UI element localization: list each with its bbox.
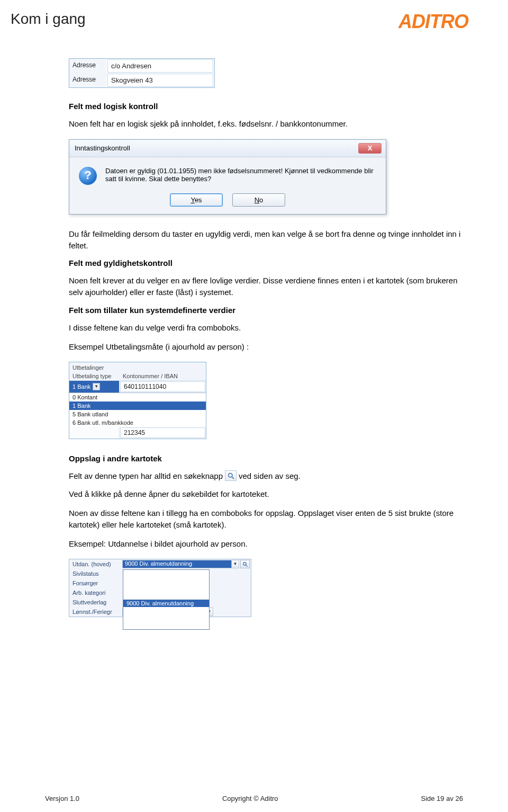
combo-title: Utbetalinger — [69, 362, 206, 372]
body-text: Noen felt krever at du velger en av fler… — [69, 275, 463, 298]
combo-col-header: Kontonummer / IBAN — [120, 372, 181, 380]
field-label: Arb. kategori — [69, 590, 122, 596]
body-text: Du får feilmelding dersom du taster en u… — [69, 228, 463, 252]
close-icon[interactable]: X — [358, 143, 382, 154]
select-value: 9000 Div. almenutdanning — [125, 560, 192, 567]
section-heading: Felt med gyldighetskontroll — [69, 258, 463, 267]
field-label: Sluttvederlag — [69, 599, 122, 605]
body-text: Eksempel: Utdannelse i bildet ajourhold … — [69, 538, 463, 550]
dropdown-option[interactable]: 7065 Kvalitetssirkelinstr — [123, 577, 209, 585]
account-field[interactable]: 640110111040 — [120, 381, 205, 392]
chevron-down-icon[interactable]: ▼ — [231, 560, 239, 568]
dropdown-option[interactable]: 8000 Sivilforsvaret sfssk — [123, 592, 209, 600]
search-icon[interactable] — [240, 560, 250, 568]
dialog-title: Inntastingskontroll — [75, 144, 130, 152]
combo-option[interactable]: 6 Bank utl. m/bankkode — [69, 418, 206, 427]
combo-col-header: Utbetaling type — [69, 372, 120, 380]
address-label: Adresse — [69, 73, 106, 87]
validation-dialog: Inntastingskontroll X ? Datoen er gyldig… — [69, 139, 386, 215]
body-text: Eksempel Utbetalingsmåte (i ajourhold av… — [69, 341, 463, 353]
combo-option[interactable]: 5 Bank utland — [69, 410, 206, 418]
footer-version: Versjon 1.0 — [45, 795, 79, 802]
body-text: Noen av disse feltene kan i tillegg ha e… — [69, 507, 463, 531]
body-text: Noen felt har en logisk sjekk på innhold… — [69, 118, 463, 130]
footer-copyright: Copyright © Aditro — [222, 795, 278, 802]
account-field[interactable]: 212345 — [120, 427, 205, 438]
payment-combo: Utbetalinger Utbetaling type Kontonummer… — [69, 362, 206, 439]
body-text: Ved å klikke på denne åpner du søkebilde… — [69, 488, 463, 500]
section-heading: Felt med logisk kontroll — [69, 102, 463, 111]
combo-selected-text: 1 Bank — [72, 383, 90, 390]
dropdown-option[interactable]: 7074 Ko-saksbehandlerkurs — [123, 585, 209, 592]
combo-cell — [69, 427, 120, 439]
section-heading: Felt som tillater kun systemdefinerte ve… — [69, 306, 463, 315]
dialog-message: Datoen er gyldig (01.01.1955) men ikke f… — [105, 167, 376, 185]
section-heading: Oppslag i andre kartotek — [69, 454, 463, 463]
svg-line-1 — [232, 477, 234, 479]
yes-button[interactable]: Yes — [170, 193, 223, 207]
footer-page: Side 19 av 26 — [421, 795, 463, 802]
svg-point-2 — [243, 562, 246, 565]
education-select[interactable]: 9000 Div. almenutdanning ▼ 7060 Kvalitet… — [122, 560, 239, 568]
body-text: ved siden av seg. — [239, 471, 301, 480]
question-icon: ? — [79, 167, 97, 185]
svg-line-3 — [246, 565, 247, 567]
dropdown-option[interactable]: 9020 Div. etterutdanning — [123, 614, 209, 622]
dropdown-option[interactable]: 7060 Kvalitetssirkler — [123, 570, 209, 577]
dropdown-option[interactable]: 9050 Div. kurs — [123, 622, 209, 629]
svg-point-0 — [228, 473, 232, 477]
combo-dropdown[interactable]: 0 Kontant 1 Bank 5 Bank utland 6 Bank ut… — [69, 392, 206, 427]
education-dropdown[interactable]: 7060 Kvalitetssirkler 7065 Kvalitetssirk… — [123, 569, 210, 630]
education-form: Utdan. (hoved) 9000 Div. almenutdanning … — [69, 559, 251, 617]
chevron-down-icon[interactable]: ▼ — [93, 383, 100, 390]
address-field[interactable]: c/o Andresen — [107, 59, 213, 73]
combo-option[interactable]: 0 Kontant — [69, 393, 206, 401]
address-box: Adresse c/o Andresen Adresse Skogveien 4… — [69, 58, 215, 88]
address-label: Adresse — [69, 59, 106, 73]
field-label: Lønnst./Feriegr — [69, 609, 122, 615]
field-label: Utdan. (hoved) — [69, 561, 122, 567]
page-title: Kom i gang — [11, 11, 86, 28]
aditro-logo: ADITRO — [398, 11, 468, 33]
field-label: Sivilstatus — [69, 570, 122, 577]
dropdown-option[interactable]: 9000 Div. almenutdanning — [123, 600, 209, 607]
field-label: Forsørger — [69, 580, 122, 586]
body-text: Felt av denne typen har alltid en søkekn… — [69, 471, 223, 480]
no-button[interactable]: No — [232, 193, 285, 207]
dropdown-option[interactable]: 9010 Div. annen utdanning — [123, 607, 209, 614]
body-text: I disse feltene kan du velge verdi fra c… — [69, 322, 463, 334]
search-icon[interactable] — [225, 470, 237, 481]
address-field[interactable]: Skogveien 43 — [107, 74, 213, 87]
payment-type-select[interactable]: 1 Bank ▼ — [69, 381, 120, 392]
combo-option[interactable]: 1 Bank — [69, 401, 206, 410]
